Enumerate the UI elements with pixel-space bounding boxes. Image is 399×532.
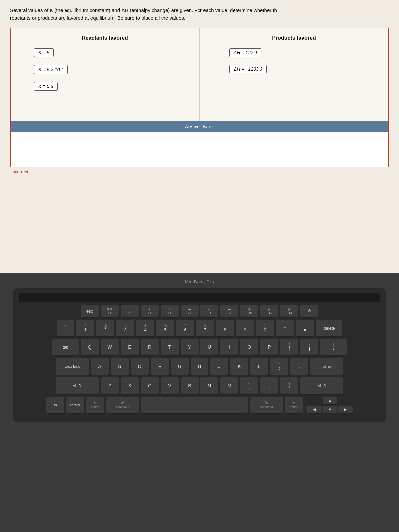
reactants-column: Reactants favored K = 5 K = 6 × 10−7 K =… xyxy=(11,28,200,121)
key-9[interactable]: (9 xyxy=(236,320,254,337)
bottom-key-row: fn control ⌥ option ⌘ command ⌘ command … xyxy=(19,397,380,414)
key-t[interactable]: T xyxy=(161,339,179,356)
key-rshift[interactable]: shift xyxy=(300,377,343,395)
key-arrow-down[interactable]: ▼ xyxy=(323,406,337,414)
key-i[interactable]: I xyxy=(220,339,238,356)
key-o[interactable]: O xyxy=(240,339,258,356)
key-4[interactable]: $4 xyxy=(136,320,154,337)
key-1[interactable]: !1 xyxy=(76,320,94,337)
key-k[interactable]: K xyxy=(230,358,248,375)
key-caps-lock[interactable]: caps lock xyxy=(56,358,89,375)
key-power[interactable]: ⏻ xyxy=(300,305,318,318)
key-backslash[interactable]: |\ xyxy=(320,339,347,356)
key-n[interactable]: N xyxy=(200,377,218,395)
key-option-right[interactable]: ⌥ option xyxy=(285,397,303,414)
key-lbracket[interactable]: {[ xyxy=(280,339,298,356)
key-f5[interactable]: ✦F5 xyxy=(141,305,159,318)
reactants-title: Reactants favored xyxy=(21,35,189,41)
key-fn[interactable]: fn xyxy=(46,397,64,414)
key-quote[interactable]: "' xyxy=(290,358,308,375)
key-space[interactable] xyxy=(141,397,248,414)
key-semicolon[interactable]: :; xyxy=(270,358,288,375)
number-key-row: ~` !1 @2 #3 $4 %5 ^6 &7 *8 (9 )0 _- += d… xyxy=(19,320,380,337)
key-rbracket[interactable]: }] xyxy=(300,339,318,356)
key-m[interactable]: M xyxy=(220,377,238,395)
key-option-left[interactable]: ⌥ option xyxy=(86,397,104,414)
asdf-key-row: caps lock A S D F G H J K L :; "' return xyxy=(19,358,380,375)
key-lshift[interactable]: shift xyxy=(56,377,99,395)
key-esc[interactable]: esc xyxy=(81,305,99,318)
keyboard: esc ⊞⊞F3 ⋯F4 ✦F5 ✧F6 ⏮F7 ⏯F8 ⏭F9 🔇F10 🔉F… xyxy=(13,288,386,422)
key-j[interactable]: J xyxy=(210,358,228,375)
value-k5[interactable]: K = 5 xyxy=(34,48,54,57)
key-comma[interactable]: <, xyxy=(240,377,258,395)
fn-key-row: esc ⊞⊞F3 ⋯F4 ✦F5 ✧F6 ⏮F7 ⏯F8 ⏭F9 🔇F10 🔉F… xyxy=(19,305,380,318)
key-period[interactable]: >. xyxy=(260,377,278,395)
key-return[interactable]: return xyxy=(310,358,343,375)
key-f7[interactable]: ⏮F7 xyxy=(181,305,199,318)
key-e[interactable]: E xyxy=(121,339,139,356)
answer-bank-bar: Answer Bank xyxy=(11,121,388,132)
key-f10[interactable]: 🔇F10 xyxy=(240,305,258,318)
key-tilde[interactable]: ~` xyxy=(57,320,74,337)
value-dh127[interactable]: ΔH = 127 J xyxy=(229,48,261,57)
answer-bank-area[interactable] xyxy=(11,132,388,152)
key-control[interactable]: control xyxy=(66,397,84,414)
value-k6e7[interactable]: K = 6 × 10−7 xyxy=(34,65,68,74)
key-f8[interactable]: ⏯F8 xyxy=(200,305,218,318)
key-0[interactable]: )0 xyxy=(256,320,274,337)
key-l[interactable]: L xyxy=(250,358,268,375)
key-a[interactable]: A xyxy=(91,358,109,375)
key-5[interactable]: %5 xyxy=(156,320,174,337)
key-f4[interactable]: ⋯F4 xyxy=(121,305,139,318)
key-g[interactable]: G xyxy=(171,358,189,375)
key-delete[interactable]: delete xyxy=(316,320,342,337)
macbook-label: MacBook Pro xyxy=(13,279,386,284)
key-3[interactable]: #3 xyxy=(116,320,134,337)
key-arrow-up[interactable]: ▲ xyxy=(323,397,337,405)
sorting-card: Reactants favored K = 5 K = 6 × 10−7 K =… xyxy=(10,28,389,167)
screen: Several values of K (the equilibrium con… xyxy=(0,0,399,273)
key-v[interactable]: V xyxy=(161,377,179,395)
screen-content: Several values of K (the equilibrium con… xyxy=(0,0,399,273)
key-d[interactable]: D xyxy=(131,358,149,375)
key-p[interactable]: P xyxy=(260,339,278,356)
key-f12[interactable]: 🔊F12 xyxy=(280,305,298,318)
reactants-items: K = 5 K = 6 × 10−7 K = 0.3 xyxy=(21,48,189,95)
key-7[interactable]: &7 xyxy=(196,320,214,337)
key-b[interactable]: B xyxy=(181,377,199,395)
key-arrow-left[interactable]: ◀ xyxy=(307,406,322,414)
key-u[interactable]: U xyxy=(200,339,218,356)
key-arrow-right[interactable]: ▶ xyxy=(338,406,353,414)
card-columns: Reactants favored K = 5 K = 6 × 10−7 K =… xyxy=(11,28,388,121)
key-command-right[interactable]: ⌘ command xyxy=(250,397,283,414)
key-6[interactable]: ^6 xyxy=(176,320,194,337)
key-s[interactable]: S xyxy=(111,358,129,375)
incorrect-label: Incorrect xyxy=(10,169,389,174)
key-equals[interactable]: += xyxy=(296,320,314,337)
key-2[interactable]: @2 xyxy=(96,320,114,337)
key-tab[interactable]: tab xyxy=(52,339,79,356)
key-x[interactable]: X xyxy=(121,377,139,395)
key-command-left[interactable]: ⌘ command xyxy=(106,397,139,414)
key-c[interactable]: C xyxy=(141,377,159,395)
key-h[interactable]: H xyxy=(191,358,208,375)
key-y[interactable]: Y xyxy=(181,339,199,356)
key-minus[interactable]: _- xyxy=(276,320,294,337)
key-f6[interactable]: ✧F6 xyxy=(161,305,179,318)
products-column: Products favored ΔH = 127 J ΔH = −1203 J xyxy=(200,28,388,121)
key-r[interactable]: R xyxy=(141,339,159,356)
value-dh1203[interactable]: ΔH = −1203 J xyxy=(229,65,267,73)
value-k03[interactable]: K = 0.3 xyxy=(34,82,58,91)
key-f[interactable]: F xyxy=(151,358,169,375)
key-f3[interactable]: ⊞⊞F3 xyxy=(101,305,119,318)
products-items: ΔH = 127 J ΔH = −1203 J xyxy=(209,48,378,78)
keyboard-bezel: MacBook Pro esc ⊞⊞F3 ⋯F4 ✦F5 ✧F6 ⏮F7 ⏯F8… xyxy=(0,273,399,532)
key-q[interactable]: Q xyxy=(81,339,99,356)
key-f11[interactable]: 🔉F11 xyxy=(260,305,278,318)
key-w[interactable]: W xyxy=(101,339,119,356)
key-8[interactable]: *8 xyxy=(216,320,234,337)
key-f9[interactable]: ⏭F9 xyxy=(220,305,238,318)
key-slash[interactable]: ?/ xyxy=(280,377,298,395)
key-z[interactable]: Z xyxy=(101,377,119,395)
